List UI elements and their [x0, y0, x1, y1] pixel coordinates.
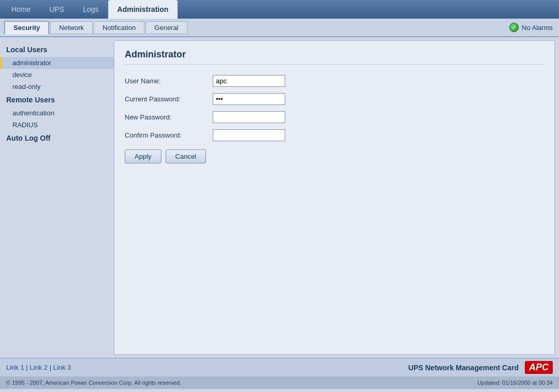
- sidebar-item-authentication[interactable]: authentication: [0, 107, 114, 119]
- copyright-bar: © 1995 - 2007, American Power Conversion…: [0, 376, 559, 389]
- apply-button[interactable]: Apply: [125, 149, 161, 163]
- confirm-password-row: Confirm Password:: [125, 129, 544, 141]
- footer-link-separator-2: |: [50, 364, 53, 371]
- current-password-label: Current Password:: [125, 95, 213, 103]
- button-row: Apply Cancel: [125, 149, 544, 163]
- current-password-row: Current Password:: [125, 93, 544, 105]
- footer-link-1[interactable]: Link 1: [6, 364, 24, 371]
- confirm-password-label: Confirm Password:: [125, 131, 213, 139]
- footer-link-2[interactable]: Link 2: [30, 364, 48, 371]
- new-password-input[interactable]: [213, 111, 285, 123]
- updated-text: Updated: 01/16/2000 at 00:34: [477, 380, 553, 386]
- auto-log-off-heading[interactable]: Auto Log Off: [0, 131, 114, 145]
- tab-general[interactable]: General: [145, 21, 187, 34]
- nav-administration[interactable]: Administration: [108, 0, 178, 19]
- main-layout: Local Users administrator device read-on…: [0, 37, 559, 358]
- sidebar-item-administrator[interactable]: administrator: [0, 57, 114, 69]
- footer-brand-text: UPS Network Management Card: [408, 364, 519, 372]
- alarm-status-text: No Alarms: [522, 24, 553, 32]
- copyright-text: © 1995 - 2007, American Power Conversion…: [6, 380, 181, 386]
- content-title: Administrator: [125, 49, 544, 65]
- nav-home[interactable]: Home: [2, 0, 40, 19]
- local-users-heading: Local Users: [0, 42, 114, 57]
- tab-bar: Security Network Notification General No…: [0, 19, 559, 37]
- username-row: User Name:: [125, 75, 544, 87]
- remote-users-heading: Remote Users: [0, 93, 114, 107]
- sidebar-item-read-only[interactable]: read-only: [0, 81, 114, 93]
- sidebar-item-device[interactable]: device: [0, 69, 114, 81]
- username-input[interactable]: [213, 75, 285, 87]
- nav-ups[interactable]: UPS: [40, 0, 73, 19]
- alarm-indicator-icon: [509, 23, 519, 32]
- new-password-label: New Password:: [125, 113, 213, 121]
- new-password-row: New Password:: [125, 111, 544, 123]
- tab-network[interactable]: Network: [50, 21, 93, 34]
- cancel-button[interactable]: Cancel: [166, 149, 206, 163]
- content-area: Administrator User Name: Current Passwor…: [114, 40, 555, 355]
- confirm-password-input[interactable]: [213, 129, 285, 141]
- tab-security[interactable]: Security: [4, 21, 49, 35]
- footer-brand: UPS Network Management Card APC: [408, 361, 553, 374]
- top-navigation: Home UPS Logs Administration: [0, 0, 559, 19]
- apc-logo: APC: [525, 361, 553, 374]
- footer-links: Link 1 | Link 2 | Link 3: [6, 364, 71, 371]
- sidebar: Local Users administrator device read-on…: [0, 37, 114, 358]
- alarm-status-area: No Alarms: [509, 23, 553, 32]
- tab-notification[interactable]: Notification: [94, 21, 144, 34]
- current-password-input[interactable]: [213, 93, 285, 105]
- nav-logs[interactable]: Logs: [73, 0, 108, 19]
- sidebar-item-radius[interactable]: RADIUS: [0, 119, 114, 131]
- footer-link-3[interactable]: Link 3: [53, 364, 71, 371]
- username-label: User Name:: [125, 77, 213, 85]
- footer: Link 1 | Link 2 | Link 3 UPS Network Man…: [0, 358, 559, 376]
